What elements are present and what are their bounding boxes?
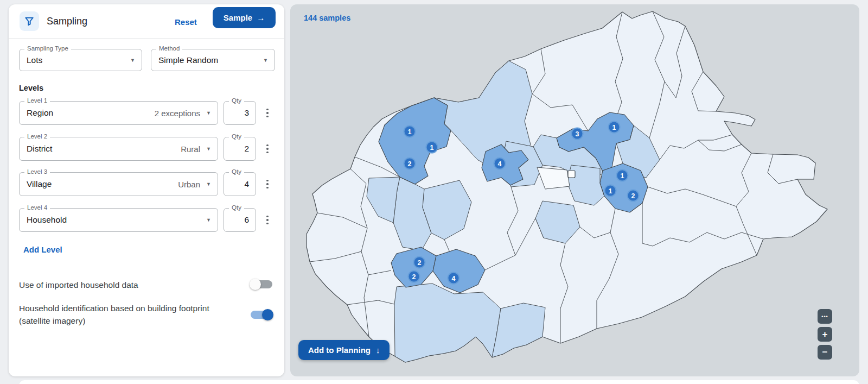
- panel-title: Sampling: [47, 16, 87, 27]
- level-2-menu-icon[interactable]: [263, 137, 272, 161]
- level-3-menu-icon[interactable]: [263, 172, 272, 196]
- filter-icon: [20, 11, 39, 31]
- add-level-button[interactable]: Add Level: [23, 245, 62, 254]
- chevron-down-icon: ▼: [206, 217, 211, 223]
- method-value: Simple Random: [158, 55, 218, 65]
- qty-label: Qty: [229, 133, 244, 140]
- sampling-type-select[interactable]: Sampling Type Lots ▼: [19, 49, 142, 71]
- toggle-thumb: [250, 279, 261, 290]
- capital-marker: [568, 171, 575, 178]
- samples-count: 144 samples: [304, 14, 350, 22]
- sample-count-badge[interactable]: 3: [571, 128, 584, 140]
- imported-data-toggle[interactable]: [251, 280, 272, 288]
- chevron-down-icon: ▼: [206, 110, 211, 116]
- qty-label: Qty: [229, 168, 244, 175]
- levels-heading: Levels: [19, 84, 43, 92]
- map-more-options-button[interactable]: •••: [818, 309, 832, 324]
- add-to-planning-label: Add to Planning: [308, 345, 371, 355]
- sample-count-badge[interactable]: 2: [413, 256, 426, 269]
- building-footprint-toggle[interactable]: [251, 311, 272, 319]
- level-1-menu-icon[interactable]: [263, 101, 272, 125]
- building-footprint-toggle-label: Household identification based on buildi…: [19, 302, 239, 327]
- level-2-label: Level 2: [24, 133, 50, 140]
- burkina-faso-map[interactable]: [290, 4, 859, 376]
- level-4-label: Level 4: [24, 204, 50, 211]
- level-3-label: Level 3: [24, 168, 50, 175]
- sampling-panel: Sampling Reset Sample → Sampling Type Lo…: [9, 4, 284, 376]
- sample-count-badge[interactable]: 1: [426, 141, 438, 154]
- level-1-qty-value: 3: [244, 108, 249, 118]
- level-3-exceptions-dropdown[interactable]: Urban: [178, 180, 200, 189]
- level-2-field[interactable]: Level 2 District Rural ▼: [19, 137, 218, 161]
- imported-data-toggle-label: Use of imported household data: [19, 279, 236, 291]
- arrow-down-icon: ↓: [376, 345, 380, 355]
- level-2-value: District: [27, 144, 52, 154]
- sampling-type-label: Sampling Type: [24, 45, 71, 52]
- method-select[interactable]: Method Simple Random ▼: [151, 49, 275, 71]
- level-4-value: Household: [27, 215, 67, 225]
- level-4-menu-icon[interactable]: [263, 208, 272, 232]
- level-4-qty-value: 6: [244, 215, 249, 225]
- level-3-qty-value: 4: [244, 179, 249, 189]
- map-panel: 144 samples: [290, 4, 859, 376]
- map-zoom-out-button[interactable]: −: [818, 345, 832, 360]
- map-zoom-in-button[interactable]: +: [818, 327, 832, 342]
- level-2-qty-value: 2: [244, 144, 249, 154]
- sample-count-badge[interactable]: 1: [404, 125, 416, 138]
- level-3-value: Village: [27, 179, 52, 189]
- sampling-type-value: Lots: [27, 55, 42, 65]
- level-1-value: Region: [27, 108, 53, 118]
- sample-count-badge[interactable]: 1: [608, 121, 621, 134]
- chevron-down-icon: ▼: [206, 181, 211, 187]
- chevron-down-icon: ▼: [130, 58, 135, 63]
- next-panel-edge: [19, 380, 859, 384]
- map-controls: ••• + −: [818, 309, 832, 360]
- sample-count-badge[interactable]: 1: [604, 185, 617, 197]
- sample-count-badge[interactable]: 1: [616, 169, 629, 182]
- level-2-exceptions-dropdown[interactable]: Rural: [181, 144, 200, 154]
- level-1-qty-field[interactable]: Qty 3: [224, 101, 256, 125]
- sample-button-label: Sample: [224, 13, 252, 22]
- sample-count-badge[interactable]: 2: [408, 270, 420, 283]
- qty-label: Qty: [229, 204, 244, 211]
- level-1-label: Level 1: [24, 97, 50, 104]
- level-4-field[interactable]: Level 4 Household ▼: [19, 208, 218, 232]
- sample-count-badge[interactable]: 2: [404, 158, 416, 170]
- chevron-down-icon: ▼: [263, 58, 268, 63]
- sample-count-badge[interactable]: 2: [627, 190, 640, 202]
- toggle-thumb: [262, 309, 273, 320]
- arrow-right-icon: →: [257, 13, 265, 22]
- level-4-qty-field[interactable]: Qty 6: [224, 208, 256, 232]
- add-to-planning-button[interactable]: Add to Planning ↓: [298, 340, 390, 360]
- level-1-exceptions-dropdown[interactable]: 2 exceptions: [155, 109, 200, 118]
- level-2-qty-field[interactable]: Qty 2: [224, 137, 256, 161]
- sample-count-badge[interactable]: 4: [448, 272, 460, 285]
- level-3-field[interactable]: Level 3 Village Urban ▼: [19, 172, 218, 196]
- sample-button[interactable]: Sample →: [213, 7, 276, 28]
- panel-header: Sampling Reset Sample →: [9, 4, 284, 38]
- level-1-field[interactable]: Level 1 Region 2 exceptions ▼: [19, 101, 218, 125]
- level-3-qty-field[interactable]: Qty 4: [224, 172, 256, 196]
- chevron-down-icon: ▼: [206, 146, 211, 152]
- method-label: Method: [156, 45, 182, 52]
- sample-count-badge[interactable]: 4: [494, 158, 506, 170]
- header-divider: [9, 38, 284, 39]
- reset-button[interactable]: Reset: [175, 17, 197, 27]
- qty-label: Qty: [229, 97, 244, 104]
